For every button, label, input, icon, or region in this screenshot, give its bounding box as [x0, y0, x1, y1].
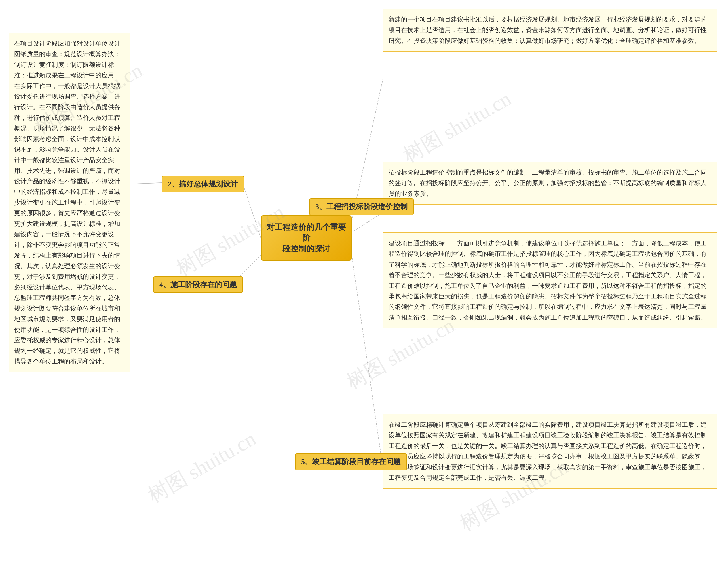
right-middle1-text-box: 招投标阶段工程造价控制的重点是招标文件的编制、工程量清单的审核、投标书的审查、施… — [383, 162, 718, 205]
branch-label-3: 3、工程招投标阶段造价控制 — [309, 198, 414, 215]
right-middle1-text: 招投标阶段工程造价控制的重点是招标文件的编制、工程量清单的审核、投标书的审查、施… — [388, 169, 707, 197]
watermark-5: 树图 shuitu.cn — [143, 425, 261, 509]
svg-line-0 — [244, 187, 261, 238]
svg-line-2 — [352, 212, 383, 232]
right-bottom-text-box: 在竣工阶段应精确计算确定整个项目从筹建到全部竣工的实际费用，建设项目竣工决算是指… — [383, 414, 718, 488]
right-middle2-text: 建设项目通过招投标，一方面可以引进竞争机制，使建设单位可以择优选择施工单位；一方… — [388, 240, 707, 321]
right-top-text: 新建的一个项目在项目建议书批准以后，要根据经济发展规划、地市经济发展、行业经济发… — [388, 16, 707, 44]
left-top-text: 在项目设计阶段应加强对设计单位设计图纸质量的审查；规范设计概算办法；制订设计竞征… — [14, 40, 120, 365]
right-bottom-text: 在竣工阶段应精确计算确定整个项目从筹建到全部竣工的实际费用，建设项目竣工决算是指… — [388, 421, 707, 481]
branch-label-4: 4、施工阶段存在的问题 — [153, 276, 243, 293]
svg-line-1 — [130, 183, 162, 184]
right-top-text-box: 新建的一个项目在项目建议书批准以后，要根据经济发展规划、地市经济发展、行业经济发… — [383, 8, 718, 51]
watermark-3: 树图 shuitu.cn — [398, 85, 516, 169]
svg-line-4 — [352, 255, 383, 467]
branch-label-5: 5、竣工结算阶段目前存在问题 — [295, 454, 407, 470]
branch-label-2: 2、搞好总体规划设计 — [162, 176, 244, 192]
right-middle2-text-box: 建设项目通过招投标，一方面可以引进竞争机制，使建设单位可以择优选择施工单位；一方… — [383, 232, 718, 329]
left-top-text-box: 在项目设计阶段应加强对设计单位设计图纸质量的审查；规范设计概算办法；制订设计竞征… — [8, 33, 130, 372]
central-node: 对工程造价的几个重要阶 段控制的探讨 — [261, 215, 352, 261]
